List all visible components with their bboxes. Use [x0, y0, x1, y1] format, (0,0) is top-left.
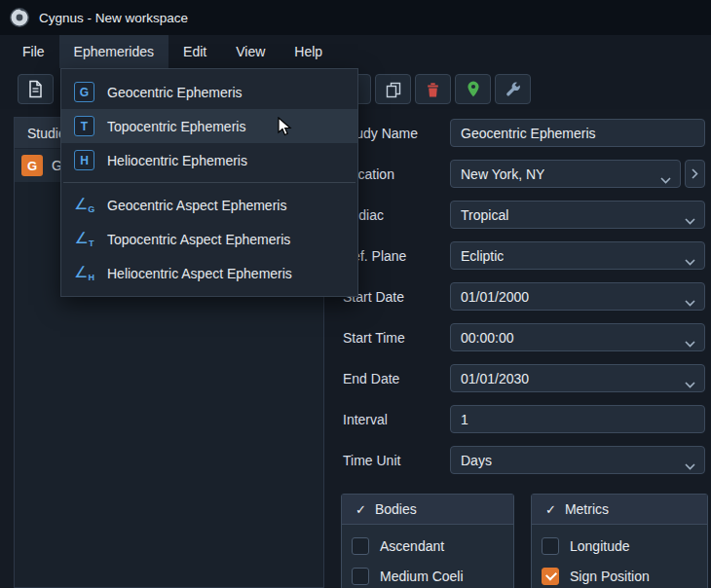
location-pin-icon [466, 80, 481, 98]
mouse-cursor [277, 117, 294, 140]
location-combo[interactable]: New York, NY [450, 160, 681, 188]
time-unit-combo[interactable]: Days [450, 446, 705, 474]
chevron-down-icon [660, 171, 671, 187]
study-type-badge: G [21, 155, 43, 176]
location-row: Location New York, NY [343, 160, 705, 188]
bodies-title: Bodies [375, 501, 417, 517]
window-title: Cygnus - New workspace [39, 11, 188, 25]
study-name-row: Study Name [343, 119, 705, 147]
time-unit-row: Time Unit Days [343, 446, 705, 474]
ref-plane-combo[interactable]: Ecliptic [450, 241, 705, 270]
app-logo-icon [9, 7, 30, 28]
menu-help[interactable]: Help [280, 35, 337, 68]
end-date-value: 01/01/2030 [461, 371, 529, 386]
interval-row: Interval [343, 405, 705, 433]
menu-file[interactable]: File [8, 35, 59, 68]
start-date-label: Start Date [343, 289, 450, 305]
end-date-row: End Date 01/01/2030 [343, 364, 705, 392]
chevron-down-icon [685, 376, 695, 391]
bodies-groupbox: ✓ Bodies Ascendant Medium Coeli [341, 494, 514, 588]
ref-plane-row: Ref. Plane Ecliptic [343, 241, 705, 270]
menu-ephemerides[interactable]: Ephemerides [59, 35, 169, 68]
chevron-down-icon [685, 458, 695, 473]
bodies-list: Ascendant Medium Coeli [342, 525, 513, 588]
topocentric-aspect-icon: ∠T [74, 231, 94, 248]
interval-label: Interval [343, 412, 450, 427]
menu-item-geocentric-aspect-ephemeris[interactable]: ∠G Geocentric Aspect Ephemeris [61, 188, 357, 222]
metrics-list: Longitude Sign Position [532, 525, 707, 588]
longitude-label: Longitude [570, 538, 630, 554]
zodiac-row: Zodiac Tropical [343, 201, 705, 229]
longitude-row: Longitude [542, 533, 697, 559]
medium-coeli-checkbox[interactable] [352, 568, 369, 585]
start-date-row: Start Date 01/01/2000 [343, 282, 705, 311]
location-value: New York, NY [461, 166, 544, 182]
menu-item-label: Heliocentric Ephemeris [107, 153, 247, 168]
start-time-label: Start Time [343, 330, 450, 346]
ref-plane-label: Ref. Plane [343, 248, 450, 264]
menu-item-geocentric-ephemeris[interactable]: G Geocentric Ephemeris [61, 75, 357, 109]
menu-item-label: Geocentric Ephemeris [107, 85, 243, 100]
zodiac-value: Tropical [461, 207, 508, 223]
time-unit-label: Time Unit [343, 453, 450, 468]
sign-position-checkbox[interactable] [542, 568, 559, 585]
menu-item-label: Topocentric Aspect Ephemeris [107, 232, 290, 247]
chevron-right-icon [692, 168, 698, 179]
zodiac-combo[interactable]: Tropical [450, 201, 705, 229]
menubar: File Ephemerides Edit View Help [0, 35, 711, 68]
delete-button[interactable] [415, 74, 451, 104]
menu-item-heliocentric-aspect-ephemeris[interactable]: ∠H Heliocentric Aspect Ephemeris [61, 256, 357, 290]
study-name-input[interactable] [450, 119, 705, 147]
sign-position-row: Sign Position [542, 564, 697, 588]
check-icon: ✓ [356, 502, 366, 517]
study-name-label: Study Name [343, 126, 450, 141]
heliocentric-aspect-icon: ∠H [74, 265, 94, 282]
metrics-title: Metrics [565, 501, 609, 517]
menu-item-label: Heliocentric Aspect Ephemeris [107, 266, 292, 281]
longitude-checkbox[interactable] [542, 537, 559, 555]
start-time-combo[interactable]: 00:00:00 [450, 323, 705, 351]
menu-separator [63, 182, 356, 183]
chevron-down-icon [685, 253, 695, 269]
ascendant-label: Ascendant [380, 538, 444, 554]
menu-view[interactable]: View [221, 35, 280, 68]
start-time-row: Start Time 00:00:00 [343, 323, 705, 351]
end-date-combo[interactable]: 01/01/2030 [450, 364, 705, 392]
topocentric-badge-icon: T [74, 116, 94, 136]
start-date-combo[interactable]: 01/01/2000 [450, 282, 705, 311]
medium-coeli-label: Medium Coeli [380, 569, 464, 584]
menu-item-heliocentric-ephemeris[interactable]: H Heliocentric Ephemeris [61, 143, 357, 177]
titlebar: Cygnus - New workspace [0, 0, 711, 35]
trash-icon [425, 81, 441, 98]
menu-edit[interactable]: Edit [168, 35, 221, 68]
ephemerides-dropdown-menu: G Geocentric Ephemeris T Topocentric Eph… [60, 68, 358, 297]
heliocentric-badge-icon: H [74, 150, 94, 170]
ref-plane-value: Ecliptic [461, 248, 504, 264]
settings-button[interactable] [495, 74, 531, 104]
zodiac-label: Zodiac [343, 207, 450, 223]
time-unit-value: Days [461, 453, 492, 468]
bodies-header[interactable]: ✓ Bodies [342, 495, 513, 525]
metrics-header[interactable]: ✓ Metrics [532, 495, 707, 525]
location-button[interactable] [455, 74, 491, 104]
location-label: Location [343, 166, 450, 182]
menu-item-topocentric-aspect-ephemeris[interactable]: ∠T Topocentric Aspect Ephemeris [61, 222, 357, 256]
chevron-down-icon [685, 212, 695, 228]
menu-item-label: Topocentric Ephemeris [107, 119, 245, 134]
ascendant-row: Ascendant [352, 533, 504, 559]
medium-coeli-row: Medium Coeli [352, 564, 504, 588]
menu-item-topocentric-ephemeris[interactable]: T Topocentric Ephemeris [61, 109, 357, 143]
metrics-groupbox: ✓ Metrics Longitude Sign Position [531, 494, 708, 588]
interval-input[interactable] [450, 405, 705, 433]
chevron-down-icon [685, 335, 695, 350]
new-document-button[interactable] [18, 74, 54, 104]
geocentric-badge-icon: G [74, 82, 94, 102]
check-icon: ✓ [545, 502, 556, 517]
ascendant-checkbox[interactable] [352, 537, 369, 555]
geocentric-aspect-icon: ∠G [74, 197, 94, 214]
copy-icon [385, 81, 402, 98]
location-expand-button[interactable] [685, 160, 705, 188]
copy-button[interactable] [375, 74, 411, 104]
menu-item-label: Geocentric Aspect Ephemeris [107, 198, 286, 213]
chevron-down-icon [685, 294, 695, 310]
